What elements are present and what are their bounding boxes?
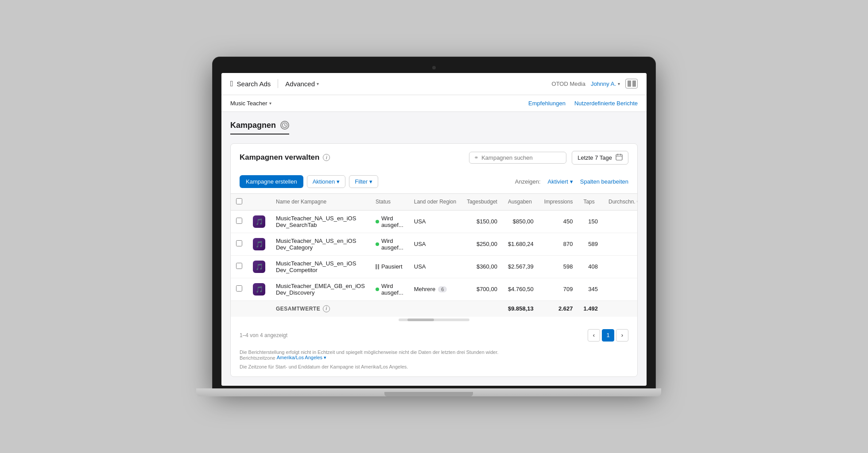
status-dot-active xyxy=(376,220,379,223)
table-header-row: Name der Kampagne Status Land oder Regio… xyxy=(231,193,637,210)
status-dot-active xyxy=(376,288,379,291)
table-row: 🎵 MusicTeacher_NA_US_en_iOS Dev_Category… xyxy=(231,233,637,255)
app-header:  Search Ads Advanced ▾ OTOD Media Johnn… xyxy=(221,73,647,95)
status-badge: Wird ausgef... xyxy=(376,215,403,228)
panel-controls: ⚭ Letzte 7 Tage xyxy=(469,151,628,165)
spend-cell: $4.760,50 xyxy=(503,278,539,300)
advanced-dropdown[interactable]: Advanced ▾ xyxy=(285,80,319,88)
svg-rect-1 xyxy=(616,154,622,160)
header-region[interactable]: Land oder Region xyxy=(409,193,461,210)
taps-cell: 345 xyxy=(578,278,603,300)
user-name-button[interactable]: Johnny A. ▾ xyxy=(591,81,620,87)
user-chevron-icon: ▾ xyxy=(618,81,620,86)
cpa-cell: $1,56 xyxy=(603,210,637,233)
select-all-checkbox[interactable] xyxy=(236,198,242,204)
current-page-button[interactable]: 1 xyxy=(602,329,614,342)
header-campaign-name[interactable]: Name der Kampagne xyxy=(271,193,370,210)
pause-icon xyxy=(376,264,379,269)
reports-link[interactable]: Nutzerdefinierte Berichte xyxy=(574,100,638,107)
scroll-track[interactable] xyxy=(399,319,469,321)
status-text: Wird ausgef... xyxy=(381,238,403,251)
pagination: ‹ 1 › xyxy=(588,329,628,342)
region-count-badge: 6 xyxy=(438,286,447,292)
manage-info-icon[interactable]: i xyxy=(323,154,330,161)
totals-info-icon[interactable]: i xyxy=(323,305,330,312)
content-area: Kampagnen Kampagnen verwalten xyxy=(221,112,647,386)
row-1-checkbox[interactable] xyxy=(236,218,242,224)
header-impressions[interactable]: Impressions xyxy=(539,193,578,210)
recommendations-link[interactable]: Empfehlungen xyxy=(528,100,566,107)
toolbar-left: Kampagne erstellen Aktionen ▾ Filter ▾ xyxy=(240,175,378,188)
status-text: Wird ausgef... xyxy=(381,283,403,296)
toolbar-right: Anzeigen: Aktiviert ▾ Spalten bearbeiten xyxy=(515,178,628,185)
totals-spend: $9.858,13 xyxy=(503,300,539,317)
scrollbar-area xyxy=(231,317,637,325)
region-cell: Mehrere 6 xyxy=(409,278,461,300)
app-icon: 🎵 xyxy=(253,261,265,273)
search-input[interactable] xyxy=(481,154,562,161)
panel-title: Kampagnen verwalten i xyxy=(240,153,330,162)
impressions-cell: 598 xyxy=(539,255,578,278)
filter-button[interactable]: Filter ▾ xyxy=(349,175,378,188)
prev-page-button[interactable]: ‹ xyxy=(588,329,600,342)
header-taps[interactable]: Taps xyxy=(578,193,603,210)
spend-cell: $850,00 xyxy=(503,210,539,233)
header-icon-cell xyxy=(248,193,271,210)
budget-cell: $150,00 xyxy=(461,210,503,233)
totals-cpa: $2,83 xyxy=(603,300,637,317)
header-spend[interactable]: Ausgaben xyxy=(503,193,539,210)
spend-cell: $2.567,39 xyxy=(503,255,539,278)
filter-chevron-icon: ▾ xyxy=(369,178,372,185)
app-selector[interactable]: Music Teacher ▾ xyxy=(230,100,271,107)
actions-chevron-icon: ▾ xyxy=(337,178,340,185)
main-panel: Kampagnen verwalten i ⚭ Letzte 7 Tage xyxy=(230,143,638,377)
activated-chevron-icon: ▾ xyxy=(570,178,573,185)
status-text: Wird ausgef... xyxy=(381,215,403,228)
calendar-icon xyxy=(616,154,623,162)
actions-button[interactable]: Aktionen ▾ xyxy=(307,175,346,188)
brand-label: Search Ads xyxy=(237,80,271,88)
status-badge: Wird ausgef... xyxy=(376,283,403,296)
budget-cell: $700,00 xyxy=(461,278,503,300)
activated-dropdown[interactable]: Aktiviert ▾ xyxy=(548,178,573,185)
table-row: 🎵 MusicTeacher_EMEA_GB_en_iOS Dev_Discov… xyxy=(231,278,637,300)
timezone-link[interactable]: Amerika/Los Angeles ▾ xyxy=(277,355,326,361)
sub-header: Music Teacher ▾ Empfehlungen Nutzerdefin… xyxy=(221,95,647,112)
status-text: Pausiert xyxy=(381,263,403,270)
cpa-cell: $4,50 xyxy=(603,278,637,300)
history-icon[interactable] xyxy=(280,121,289,130)
header-cpa[interactable]: Durchschn. CPA (Tap-Th... xyxy=(603,193,637,210)
search-box: ⚭ xyxy=(469,152,566,164)
totals-taps: 1.492 xyxy=(578,300,603,317)
edit-columns-button[interactable]: Spalten bearbeiten xyxy=(580,178,628,185)
app-chevron-icon: ▾ xyxy=(269,101,271,106)
layout-bar-2 xyxy=(632,81,636,87)
header-status[interactable]: Status xyxy=(370,193,409,210)
campaign-name[interactable]: MusicTeacher_EMEA_GB_en_iOS Dev_Discover… xyxy=(271,278,370,300)
show-label: Anzeigen: xyxy=(515,178,541,185)
scroll-thumb[interactable] xyxy=(407,319,434,321)
row-4-checkbox[interactable] xyxy=(236,285,242,292)
campaign-name[interactable]: MusicTeacher_NA_US_en_iOS Dev_SearchTab xyxy=(271,210,370,233)
campaign-name[interactable]: MusicTeacher_NA_US_en_iOS Dev_Competitor xyxy=(271,255,370,278)
next-page-button[interactable]: › xyxy=(616,329,628,342)
header-right: OTOD Media Johnny A. ▾ xyxy=(552,79,638,88)
row-3-checkbox[interactable] xyxy=(236,263,242,269)
header-budget[interactable]: Tagesbudget xyxy=(461,193,503,210)
campaign-name[interactable]: MusicTeacher_NA_US_en_iOS Dev_Category xyxy=(271,233,370,255)
app-icon: 🎵 xyxy=(253,283,265,296)
cpa-cell: $2,05 xyxy=(603,255,637,278)
region-cell: USA xyxy=(409,210,461,233)
row-2-checkbox[interactable] xyxy=(236,240,242,246)
create-campaign-button[interactable]: Kampagne erstellen xyxy=(240,175,303,188)
budget-cell: $360,00 xyxy=(461,255,503,278)
spend-cell: $1.680,24 xyxy=(503,233,539,255)
apple-logo-icon:  xyxy=(230,79,233,88)
app-name: Music Teacher xyxy=(230,100,267,107)
toolbar-row: Kampagne erstellen Aktionen ▾ Filter ▾ xyxy=(231,172,637,193)
layout-toggle-button[interactable] xyxy=(625,79,638,88)
panel-header: Kampagnen verwalten i ⚭ Letzte 7 Tage xyxy=(231,144,637,172)
date-picker[interactable]: Letzte 7 Tage xyxy=(572,151,628,165)
page-title-row: Kampagnen xyxy=(230,121,289,134)
taps-cell: 150 xyxy=(578,210,603,233)
